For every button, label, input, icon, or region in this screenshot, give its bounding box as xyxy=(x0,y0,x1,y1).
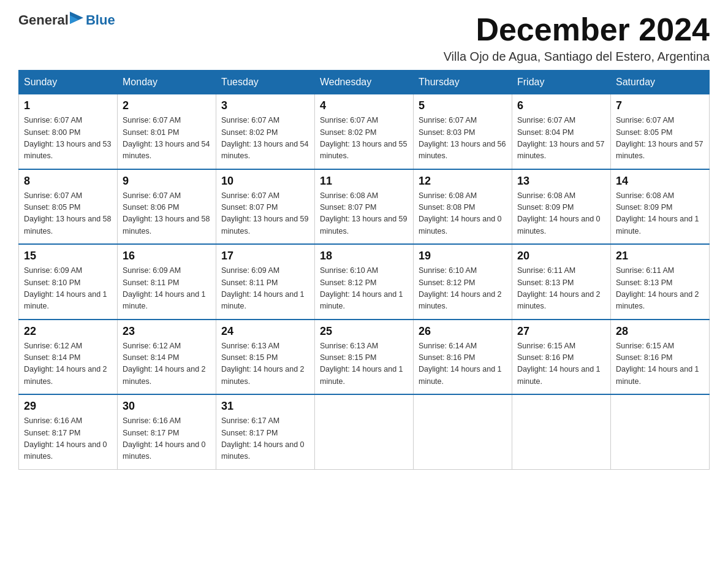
day-cell: 22Sunrise: 6:12 AMSunset: 8:14 PMDayligh… xyxy=(19,320,118,395)
day-cell: 25Sunrise: 6:13 AMSunset: 8:15 PMDayligh… xyxy=(315,320,414,395)
day-cell: 15Sunrise: 6:09 AMSunset: 8:10 PMDayligh… xyxy=(19,244,118,320)
location-subtitle: Villa Ojo de Agua, Santiago del Estero, … xyxy=(444,50,710,64)
day-number: 21 xyxy=(616,250,704,262)
day-cell: 16Sunrise: 6:09 AMSunset: 8:11 PMDayligh… xyxy=(118,244,216,320)
day-number: 13 xyxy=(517,175,605,188)
day-info: Sunrise: 6:07 AMSunset: 8:06 PMDaylight:… xyxy=(123,190,211,238)
page-header: General Blue December 2024 Villa Ojo de … xyxy=(18,12,710,64)
logo-blue-text: Blue xyxy=(86,12,115,28)
day-info: Sunrise: 6:09 AMSunset: 8:10 PMDaylight:… xyxy=(24,265,112,313)
day-cell: 23Sunrise: 6:12 AMSunset: 8:14 PMDayligh… xyxy=(118,320,216,395)
week-row-4: 22Sunrise: 6:12 AMSunset: 8:14 PMDayligh… xyxy=(19,320,710,395)
day-cell: 30Sunrise: 6:16 AMSunset: 8:17 PMDayligh… xyxy=(118,394,216,469)
day-cell xyxy=(611,394,710,469)
day-info: Sunrise: 6:12 AMSunset: 8:14 PMDaylight:… xyxy=(24,340,112,388)
day-number: 8 xyxy=(24,175,112,188)
day-info: Sunrise: 6:07 AMSunset: 8:04 PMDaylight:… xyxy=(517,115,605,163)
header-saturday: Saturday xyxy=(611,71,710,94)
day-cell: 10Sunrise: 6:07 AMSunset: 8:07 PMDayligh… xyxy=(216,169,315,245)
day-info: Sunrise: 6:09 AMSunset: 8:11 PMDaylight:… xyxy=(221,265,309,313)
day-number: 25 xyxy=(320,325,408,338)
day-number: 4 xyxy=(320,99,408,112)
day-info: Sunrise: 6:07 AMSunset: 8:02 PMDaylight:… xyxy=(221,115,309,163)
day-info: Sunrise: 6:14 AMSunset: 8:16 PMDaylight:… xyxy=(419,340,507,388)
day-cell: 17Sunrise: 6:09 AMSunset: 8:11 PMDayligh… xyxy=(216,244,315,320)
day-cell: 28Sunrise: 6:15 AMSunset: 8:16 PMDayligh… xyxy=(611,320,710,395)
header-sunday: Sunday xyxy=(19,71,118,94)
day-info: Sunrise: 6:15 AMSunset: 8:16 PMDaylight:… xyxy=(517,340,605,388)
logo-flag-icon xyxy=(70,12,83,28)
day-cell: 19Sunrise: 6:10 AMSunset: 8:12 PMDayligh… xyxy=(414,244,512,320)
day-number: 2 xyxy=(123,99,211,112)
day-cell: 18Sunrise: 6:10 AMSunset: 8:12 PMDayligh… xyxy=(315,244,414,320)
day-info: Sunrise: 6:17 AMSunset: 8:17 PMDaylight:… xyxy=(221,415,309,463)
day-cell: 14Sunrise: 6:08 AMSunset: 8:09 PMDayligh… xyxy=(611,169,710,245)
header-monday: Monday xyxy=(118,71,216,94)
day-info: Sunrise: 6:07 AMSunset: 8:03 PMDaylight:… xyxy=(419,115,507,163)
day-number: 22 xyxy=(24,325,112,338)
day-number: 26 xyxy=(419,325,507,338)
week-row-1: 1Sunrise: 6:07 AMSunset: 8:00 PMDaylight… xyxy=(19,94,710,169)
day-number: 10 xyxy=(221,175,309,188)
day-number: 16 xyxy=(123,250,211,262)
logo: General Blue xyxy=(18,12,115,28)
day-info: Sunrise: 6:10 AMSunset: 8:12 PMDaylight:… xyxy=(320,265,408,313)
day-info: Sunrise: 6:07 AMSunset: 8:01 PMDaylight:… xyxy=(123,115,211,163)
day-cell: 20Sunrise: 6:11 AMSunset: 8:13 PMDayligh… xyxy=(512,244,611,320)
header-wednesday: Wednesday xyxy=(315,71,414,94)
day-cell: 31Sunrise: 6:17 AMSunset: 8:17 PMDayligh… xyxy=(216,394,315,469)
day-number: 7 xyxy=(616,99,704,112)
day-info: Sunrise: 6:08 AMSunset: 8:09 PMDaylight:… xyxy=(616,190,704,238)
day-cell: 3Sunrise: 6:07 AMSunset: 8:02 PMDaylight… xyxy=(216,94,315,169)
day-cell: 21Sunrise: 6:11 AMSunset: 8:13 PMDayligh… xyxy=(611,244,710,320)
day-info: Sunrise: 6:16 AMSunset: 8:17 PMDaylight:… xyxy=(24,415,112,463)
day-info: Sunrise: 6:11 AMSunset: 8:13 PMDaylight:… xyxy=(517,265,605,313)
day-number: 11 xyxy=(320,175,408,188)
header-tuesday: Tuesday xyxy=(216,71,315,94)
day-info: Sunrise: 6:08 AMSunset: 8:08 PMDaylight:… xyxy=(419,190,507,238)
day-number: 24 xyxy=(221,325,309,338)
day-info: Sunrise: 6:15 AMSunset: 8:16 PMDaylight:… xyxy=(616,340,704,388)
header-thursday: Thursday xyxy=(414,71,512,94)
day-info: Sunrise: 6:16 AMSunset: 8:17 PMDaylight:… xyxy=(123,415,211,463)
day-number: 15 xyxy=(24,250,112,262)
day-cell: 29Sunrise: 6:16 AMSunset: 8:17 PMDayligh… xyxy=(19,394,118,469)
day-number: 5 xyxy=(419,99,507,112)
day-cell: 6Sunrise: 6:07 AMSunset: 8:04 PMDaylight… xyxy=(512,94,611,169)
week-row-2: 8Sunrise: 6:07 AMSunset: 8:05 PMDaylight… xyxy=(19,169,710,245)
day-number: 3 xyxy=(221,99,309,112)
day-number: 1 xyxy=(24,99,112,112)
day-info: Sunrise: 6:09 AMSunset: 8:11 PMDaylight:… xyxy=(123,265,211,313)
day-info: Sunrise: 6:11 AMSunset: 8:13 PMDaylight:… xyxy=(616,265,704,313)
day-number: 18 xyxy=(320,250,408,262)
day-info: Sunrise: 6:07 AMSunset: 8:05 PMDaylight:… xyxy=(24,190,112,238)
week-row-3: 15Sunrise: 6:09 AMSunset: 8:10 PMDayligh… xyxy=(19,244,710,320)
day-number: 23 xyxy=(123,325,211,338)
month-title: December 2024 xyxy=(444,12,710,47)
day-cell: 13Sunrise: 6:08 AMSunset: 8:09 PMDayligh… xyxy=(512,169,611,245)
day-number: 30 xyxy=(123,400,211,413)
day-number: 17 xyxy=(221,250,309,262)
day-cell: 27Sunrise: 6:15 AMSunset: 8:16 PMDayligh… xyxy=(512,320,611,395)
day-number: 20 xyxy=(517,250,605,262)
day-info: Sunrise: 6:08 AMSunset: 8:07 PMDaylight:… xyxy=(320,190,408,238)
days-header-row: SundayMondayTuesdayWednesdayThursdayFrid… xyxy=(19,71,710,94)
day-cell: 11Sunrise: 6:08 AMSunset: 8:07 PMDayligh… xyxy=(315,169,414,245)
calendar-table: SundayMondayTuesdayWednesdayThursdayFrid… xyxy=(18,70,710,470)
day-info: Sunrise: 6:13 AMSunset: 8:15 PMDaylight:… xyxy=(320,340,408,388)
day-number: 31 xyxy=(221,400,309,413)
day-cell: 5Sunrise: 6:07 AMSunset: 8:03 PMDaylight… xyxy=(414,94,512,169)
day-cell: 4Sunrise: 6:07 AMSunset: 8:02 PMDaylight… xyxy=(315,94,414,169)
day-info: Sunrise: 6:07 AMSunset: 8:07 PMDaylight:… xyxy=(221,190,309,238)
day-cell: 7Sunrise: 6:07 AMSunset: 8:05 PMDaylight… xyxy=(611,94,710,169)
day-cell xyxy=(315,394,414,469)
day-number: 19 xyxy=(419,250,507,262)
day-number: 27 xyxy=(517,325,605,338)
day-cell: 1Sunrise: 6:07 AMSunset: 8:00 PMDaylight… xyxy=(19,94,118,169)
day-info: Sunrise: 6:07 AMSunset: 8:05 PMDaylight:… xyxy=(616,115,704,163)
day-number: 28 xyxy=(616,325,704,338)
day-cell: 26Sunrise: 6:14 AMSunset: 8:16 PMDayligh… xyxy=(414,320,512,395)
day-info: Sunrise: 6:07 AMSunset: 8:02 PMDaylight:… xyxy=(320,115,408,163)
day-number: 12 xyxy=(419,175,507,188)
day-cell: 2Sunrise: 6:07 AMSunset: 8:01 PMDaylight… xyxy=(118,94,216,169)
